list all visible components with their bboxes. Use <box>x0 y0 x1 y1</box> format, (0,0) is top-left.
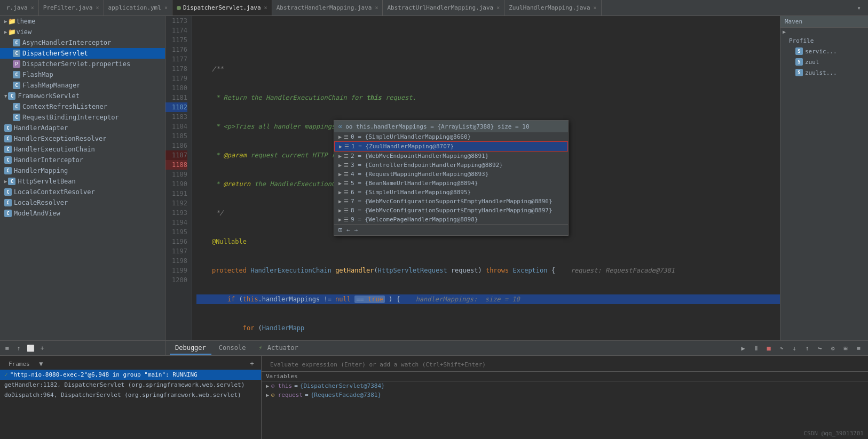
sidebar-item-requestbinding[interactable]: C RequestBindingInterceptor <box>0 112 165 123</box>
frame-item-0[interactable]: ✓ "http-nio-8080-exec-2"@6,948 in group … <box>0 370 261 380</box>
sidebar-item-handlermapping[interactable]: C HandlerMapping <box>0 165 165 176</box>
class-icon: C <box>4 188 12 196</box>
close-icon[interactable]: × <box>496 5 500 11</box>
debug-item-2[interactable]: ▶ ☰ 2 = {WebMvcEndpointHandlerMapping@88… <box>334 151 568 161</box>
tab-prefilter[interactable]: PreFilter.java × <box>39 0 104 16</box>
add-watch-button[interactable]: + <box>247 359 257 369</box>
list-icon: ☰ <box>344 153 349 159</box>
sidebar-item-handlerexception[interactable]: C HandlerExceptionResolver <box>0 133 165 144</box>
sidebar-item-flashmap[interactable]: C FlashMap <box>0 69 165 80</box>
step-over-button[interactable]: ↷ <box>776 343 787 354</box>
close-icon[interactable]: × <box>164 5 168 11</box>
tab-actuator[interactable]: ⚡ Actuator <box>253 342 303 355</box>
pause-button[interactable]: ⏸ <box>751 343 761 354</box>
tab-zuul-handler[interactable]: ZuulHandlerMapping.java × <box>504 0 601 16</box>
debug-item-5[interactable]: ▶ ☰ 5 = {BeanNameUrlHandlerMapping@8894} <box>334 179 568 188</box>
debug-item-label: 3 = {ControllerEndpointHandlerMapping@88… <box>351 162 503 169</box>
panel-icon-3[interactable]: ⬜ <box>26 344 35 353</box>
debug-popup-footer: ⊡ ← → <box>334 224 568 235</box>
tab-abstract-handler[interactable]: AbstractHandlerMapping.java × <box>272 0 383 16</box>
sidebar-item-view[interactable]: ▶ 📁 view <box>0 27 165 37</box>
tab-dispatcher-servlet[interactable]: DispatcherServlet.java × <box>172 0 272 16</box>
tab-debugger[interactable]: Debugger <box>170 342 211 355</box>
close-icon[interactable]: × <box>96 5 99 11</box>
sidebar-item-dispatcher-props[interactable]: P DispatcherServlet.properties <box>0 59 165 69</box>
debug-item-4[interactable]: ▶ ☰ 4 = {RequestMappingHandlerMapping@88… <box>334 170 568 179</box>
sidebar-item-httpservletbean[interactable]: ▶ C HttpServletBean <box>0 176 165 187</box>
close-icon[interactable]: × <box>264 5 267 11</box>
debug-item-7[interactable]: ▶ ☰ 7 = {WebMvcConfigurationSupport$Empt… <box>334 197 568 206</box>
frames-label: Frames <box>4 361 34 368</box>
step-into-button[interactable]: ↓ <box>789 343 800 354</box>
panel-icon-1[interactable]: ≡ <box>2 344 12 353</box>
right-panel-item-label: Profile <box>789 37 814 44</box>
right-panel-servic[interactable]: S servic... <box>780 46 868 57</box>
tab-label: ZuulHandlerMapping.java <box>509 4 590 11</box>
sidebar-item-label: DispatcherServlet.properties <box>22 60 130 68</box>
sidebar-item-handleradapter[interactable]: C HandlerAdapter <box>0 123 165 133</box>
panel-icon-2[interactable]: ↑ <box>14 344 23 353</box>
debug-item-6[interactable]: ▶ ☰ 6 = {SimpleUrlHandlerMapping@8895} <box>334 188 568 197</box>
sidebar-item-label: theme <box>16 18 35 25</box>
tab-label: r.java <box>6 4 28 11</box>
sidebar-item-flashmapmanager[interactable]: C FlashMapManager <box>0 80 165 91</box>
frame-item-2[interactable]: doDispatch:964, DispatcherServlet (org.s… <box>0 390 261 400</box>
sidebar-item-contextrefresh[interactable]: C ContextRefreshListener <box>0 101 165 112</box>
debug-item-1[interactable]: ▶ ☰ 1 = {ZuulHandlerMapping@8707} <box>334 141 568 151</box>
sidebar-item-localecontext[interactable]: C LocaleContextResolver <box>0 187 165 197</box>
class-icon: C <box>13 114 20 121</box>
maven-expand-icon: ▶ <box>783 29 786 35</box>
table-view-button[interactable]: ⊞ <box>840 343 851 354</box>
request-icon: ⊙ <box>271 392 275 398</box>
debug-item-3[interactable]: ▶ ☰ 3 = {ControllerEndpointHandlerMappin… <box>334 161 568 170</box>
tab-abstract-url[interactable]: AbstractUrlHandlerMapping.java × <box>383 0 504 16</box>
class-icon: C <box>4 124 12 132</box>
sidebar-item-theme[interactable]: ▶ 📁 theme <box>0 16 165 27</box>
sidebar-item-modelandview[interactable]: C ModelAndView <box>0 208 165 219</box>
right-panel-zuulst[interactable]: S zuulst... <box>780 67 868 78</box>
eval-expression-input[interactable] <box>266 359 864 370</box>
debug-item-0[interactable]: ▶ ☰ 0 = {SimpleUrlHandlerMapping@8660} <box>334 132 568 141</box>
var-item-this[interactable]: ▶ ⊙ this = {DispatcherServlet@7384} <box>262 381 868 390</box>
tab-application-yml[interactable]: application.yml × <box>104 0 172 16</box>
close-icon[interactable]: × <box>31 5 34 11</box>
close-icon[interactable]: × <box>594 5 597 11</box>
evaluate-button[interactable]: ⚙ <box>827 343 838 354</box>
sidebar-item-handlerinterceptor[interactable]: C HandlerInterceptor <box>0 155 165 165</box>
stop-button[interactable]: ■ <box>763 343 774 354</box>
debug-footer-icon: ⊡ <box>338 226 342 234</box>
debug-item-label: 9 = {WelcomePageHandlerMapping@8898} <box>351 216 478 223</box>
forward-icon[interactable]: → <box>354 227 358 234</box>
resume-button[interactable]: ▶ <box>738 343 748 354</box>
right-panel-profile[interactable]: Profile <box>780 36 868 46</box>
settings-button[interactable]: ≡ <box>853 343 864 354</box>
filter-icon[interactable]: ▼ <box>36 359 46 369</box>
back-icon[interactable]: ← <box>346 227 350 234</box>
sidebar-item-dispatcher[interactable]: C DispatcherServlet <box>0 48 165 59</box>
debug-item-8[interactable]: ▶ ☰ 8 = {WebMvcConfigurationSupport$Empt… <box>334 206 568 215</box>
run-to-cursor-button[interactable]: ↪ <box>815 343 825 354</box>
list-icon: ☰ <box>344 198 349 204</box>
expand-arrow-icon: ▶ <box>4 179 7 184</box>
right-panel-zuul[interactable]: S zuul <box>780 57 868 67</box>
sidebar-item-framework[interactable]: ▼ C FrameworkServlet <box>0 91 165 101</box>
debug-item-label: 0 = {SimpleUrlHandlerMapping@8660} <box>351 133 471 140</box>
sidebar-item-handlerexecution[interactable]: C HandlerExecutionChain <box>0 144 165 155</box>
expand-arrow-icon: ▶ <box>338 134 342 140</box>
step-out-button[interactable]: ↑ <box>802 343 812 354</box>
tab-list-button[interactable]: ▾ <box>854 3 864 13</box>
frame-label: "http-nio-8080-exec-2"@6,948 in group "m… <box>10 371 198 378</box>
sidebar-item-localeresolver[interactable]: C LocaleResolver <box>0 197 165 208</box>
expand-arrow-icon: ▶ <box>338 171 342 177</box>
var-name: request <box>278 392 303 398</box>
var-value: {RequestFacade@7381} <box>311 392 381 398</box>
frame-item-1[interactable]: getHandler:1182, DispatcherServlet (org.… <box>0 380 261 390</box>
debug-item-9[interactable]: ▶ ☰ 9 = {WelcomePageHandlerMapping@8898} <box>334 215 568 224</box>
panel-icon-4[interactable]: + <box>37 344 47 353</box>
tab-r-java[interactable]: r.java × <box>2 0 39 16</box>
var-item-request[interactable]: ▶ ⊙ request = {RequestFacade@7381} <box>262 390 868 400</box>
tab-console[interactable]: Console <box>214 342 251 355</box>
sidebar-item-async[interactable]: C AsyncHandlerInterceptor <box>0 37 165 48</box>
class-icon: C <box>4 135 12 142</box>
close-icon[interactable]: × <box>375 5 378 11</box>
